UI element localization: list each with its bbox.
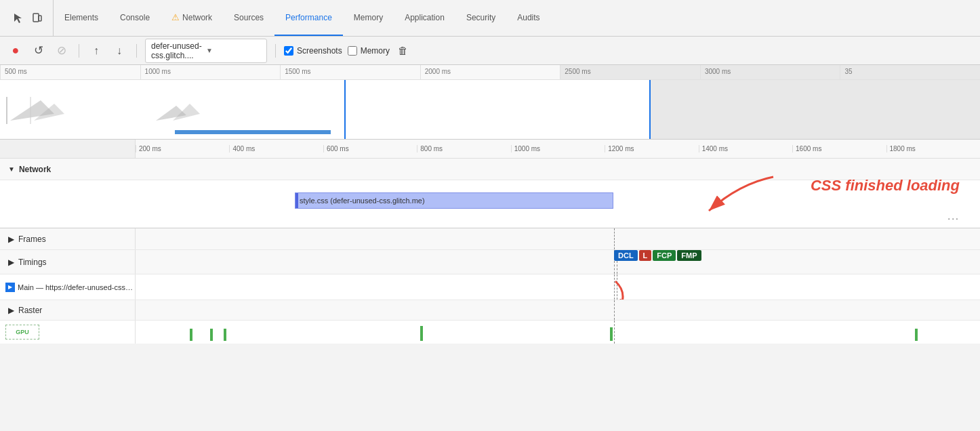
fcp-arrow: [596, 274, 678, 300]
svg-rect-1: [33, 14, 39, 22]
gpu-content: [136, 321, 980, 344]
record-button[interactable]: ●: [7, 42, 24, 60]
tab-network[interactable]: ⚠ Network: [161, 0, 223, 36]
ruler-mark-2000: 2000 ms: [420, 65, 560, 79]
tab-sources[interactable]: Sources: [223, 0, 274, 36]
css-resource-label: style.css (defer-unused-css.glitch.me): [300, 197, 425, 205]
raster-row: ▶ Raster: [0, 300, 980, 321]
network-label: Network: [19, 165, 51, 174]
gpu-vline: [614, 321, 615, 344]
badge-dcl: DCL: [614, 250, 638, 261]
main-vline1: [614, 274, 615, 300]
timeline-ruler-mid: 200 ms 400 ms 600 ms 800 ms 1000 ms 1200…: [0, 140, 980, 159]
mid-1800: 1800 ms: [886, 145, 980, 152]
gpu-bar-2: [210, 329, 213, 341]
network-header[interactable]: ▼ Network: [0, 159, 980, 180]
network-section: ▼ Network style.css (defer-unused-css.gl…: [0, 159, 980, 228]
timing-badges: DCL L FCP FMP: [614, 250, 701, 261]
main-label[interactable]: Main — https://defer-unused-css.glitch.m…: [0, 274, 136, 300]
stop-button[interactable]: ⊘: [53, 42, 70, 60]
clear-button[interactable]: 🗑: [398, 45, 408, 56]
svg-marker-6: [173, 104, 200, 121]
memory-checkbox-input[interactable]: [348, 46, 357, 56]
mid-600: 600 ms: [323, 145, 417, 152]
ruler-mark-500: 500 ms: [0, 65, 140, 79]
frames-row: ▶ Frames: [0, 228, 980, 250]
gpu-bar-4: [420, 326, 423, 341]
divider3: [275, 44, 276, 58]
screenshots-checkbox[interactable]: Screenshots: [284, 46, 342, 56]
timings-row: ▶ Timings DCL L FCP FMP: [0, 250, 980, 274]
tab-audits[interactable]: Audits: [506, 0, 550, 36]
gpu-bar-6: [915, 329, 918, 341]
toolbar: ● ↺ ⊘ ↑ ↓ defer-unused-css.glitch.... ▼ …: [0, 37, 980, 65]
mid-1200: 1200 ms: [605, 145, 698, 152]
tab-performance[interactable]: Performance: [274, 0, 343, 36]
frames-label[interactable]: ▶ Frames: [0, 228, 136, 249]
svg-rect-2: [39, 16, 41, 21]
frames-vline: [614, 228, 615, 249]
raster-vline: [614, 300, 615, 320]
devtools-icons: [3, 0, 54, 36]
tab-console[interactable]: Console: [109, 0, 161, 36]
gpu-bar-1: [190, 329, 192, 341]
reload-button[interactable]: ↺: [30, 42, 47, 60]
timeline-overview: 500 ms 1000 ms 1500 ms 2000 ms 2500 ms 3…: [0, 65, 980, 140]
gpu-bar-3: [224, 329, 226, 341]
more-options: ···: [947, 213, 960, 224]
ruler-mark-1000: 1000 ms: [140, 65, 281, 79]
cursor-line: [344, 80, 346, 140]
timeline-ruler-top: 500 ms 1000 ms 1500 ms 2000 ms 2500 ms 3…: [0, 65, 980, 80]
collapse-icon: ▼: [8, 165, 15, 173]
ruler-mark-35: 35: [840, 65, 980, 79]
timings-collapse-icon: ▶: [8, 258, 14, 267]
upload-button[interactable]: ↑: [87, 42, 105, 60]
timeline-greyed-area: [651, 80, 980, 140]
main-row: Main — https://defer-unused-css.glitch.m…: [0, 274, 980, 300]
main-content: FCP: [136, 274, 980, 300]
memory-checkbox[interactable]: Memory: [348, 46, 390, 56]
cursor-icon[interactable]: [11, 11, 26, 26]
download-button[interactable]: ↓: [110, 42, 128, 60]
profile-dropdown[interactable]: defer-unused-css.glitch.... ▼: [145, 39, 267, 63]
css-resource-bar[interactable]: style.css (defer-unused-css.glitch.me): [295, 192, 613, 209]
device-icon[interactable]: [30, 11, 45, 26]
timings-content: DCL L FCP FMP: [136, 250, 980, 274]
gpu-label[interactable]: GPU: [0, 321, 136, 344]
timeline-overview-area[interactable]: [0, 80, 980, 140]
mid-1000: 1000 ms: [511, 145, 605, 152]
svg-marker-5: [156, 106, 186, 121]
raster-collapse-icon: ▶: [8, 306, 14, 315]
gpu-row: GPU: [0, 321, 980, 344]
mid-200: 200 ms: [136, 145, 229, 152]
css-bar-marker: [295, 193, 298, 208]
bottom-section: ▶ Frames ▶ Timings: [0, 228, 980, 344]
svg-marker-3: [10, 100, 54, 121]
ruler-mark-1500: 1500 ms: [280, 65, 420, 79]
badge-l: L: [639, 250, 652, 261]
timings-label[interactable]: ▶ Timings: [0, 250, 136, 274]
tab-elements[interactable]: Elements: [54, 0, 109, 36]
main-expand-button[interactable]: [5, 283, 15, 292]
raster-content: [136, 300, 980, 320]
network-mini-chart: [0, 87, 649, 127]
mid-800: 800 ms: [417, 145, 510, 152]
tab-application[interactable]: Application: [394, 0, 455, 36]
tab-security[interactable]: Security: [455, 0, 506, 36]
ruler-mark-3000: 3000 ms: [700, 65, 840, 79]
frames-collapse-icon: ▶: [8, 234, 14, 244]
main-label-text: Main — https://defer-unused-css.glitch.m…: [18, 283, 135, 291]
chevron-down-icon: ▼: [206, 47, 261, 54]
mid-1400: 1400 ms: [699, 145, 792, 152]
ruler-mark-2500: 2500 ms: [560, 65, 700, 79]
screenshots-checkbox-input[interactable]: [284, 46, 293, 56]
raster-label[interactable]: ▶ Raster: [0, 300, 136, 320]
tab-memory[interactable]: Memory: [343, 0, 394, 36]
resource-bar-overview: [175, 130, 331, 134]
gpu-bar-5: [610, 327, 613, 341]
warn-icon: ⚠: [171, 12, 180, 22]
mid-1600: 1600 ms: [792, 145, 886, 152]
divider2: [136, 44, 137, 58]
timeline-visible-area[interactable]: [0, 80, 651, 140]
gpu-icon: GPU: [5, 325, 39, 340]
